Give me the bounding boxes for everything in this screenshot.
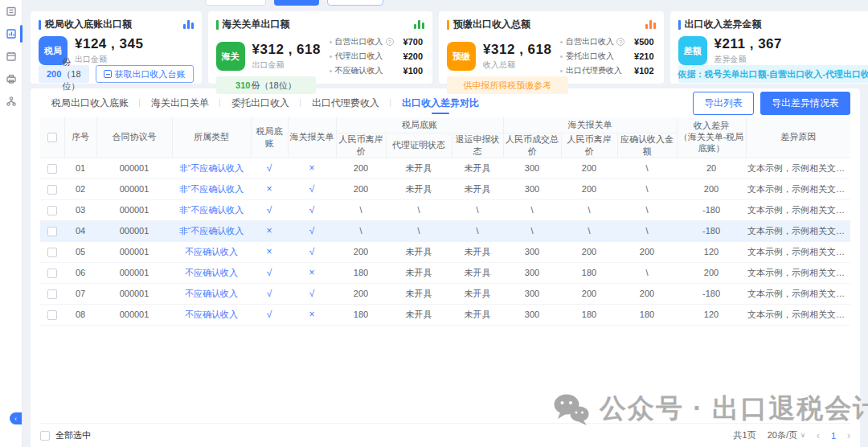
cell-customs-decl: √ <box>288 178 336 199</box>
card-tax-ledger-export: 税局收入底账出口额 税局 ¥124 , 345 出口金额 200份（18位） <box>31 11 202 84</box>
top-search-input[interactable] <box>205 0 266 6</box>
row-checkbox[interactable] <box>47 269 57 278</box>
detail-value: ¥700 <box>394 37 423 47</box>
info-icon[interactable]: ? <box>386 38 394 46</box>
cell-customs-decl: √ <box>288 283 336 304</box>
tab-3[interactable]: 出口代理费收入 <box>301 88 391 117</box>
cell-seq: 02 <box>64 178 96 199</box>
bullet-dot <box>560 55 563 58</box>
bar-chart-icon[interactable] <box>645 20 656 29</box>
cell-customs-fob: 200 <box>561 241 617 262</box>
tab-2[interactable]: 委托出口收入 <box>220 88 301 117</box>
group-tax-ledger: 税局底账 <box>336 117 503 133</box>
cell-return-decl-status: 未开具 <box>452 241 503 262</box>
cell-seq: 05 <box>64 241 96 262</box>
select-all-checkbox[interactable] <box>47 133 57 142</box>
cell-confirmed-amount: \ <box>617 178 677 199</box>
detail-value: ¥200 <box>394 51 423 61</box>
cell-contract: 000001 <box>96 241 172 262</box>
page-number[interactable]: 1 <box>831 431 836 441</box>
row-checkbox[interactable] <box>47 227 57 236</box>
tab-0[interactable]: 税局出口收入底账 <box>40 88 140 117</box>
get-export-ledger-button[interactable]: 获取出口收入台账 <box>96 65 194 83</box>
cell-diff-reason: 文本示例，示例相关文本”文本“相关示例文... <box>746 178 850 199</box>
cell-tax-ledger: √ <box>251 158 288 178</box>
cell-type[interactable]: 不应确认收入 <box>172 304 251 325</box>
card-customs-declaration-export: 海关关单出口额 海关 ¥312 , 618 出口金额 自营出口收入?¥700代理… <box>208 11 432 84</box>
info-icon[interactable]: ? <box>616 38 624 46</box>
cell-type[interactable]: 不应确认收入 <box>172 262 251 283</box>
cell-total-price: 300 <box>503 283 561 304</box>
cell-type[interactable]: 不应确认收入 <box>172 241 251 262</box>
cell-type[interactable]: 非“不应确认收入 <box>172 199 251 220</box>
row-checkbox[interactable] <box>47 164 57 174</box>
cell-tax-fob: \ <box>336 220 386 241</box>
detail-label: 代理出口收入 <box>335 51 383 62</box>
col-return-decl-status: 退运申报状态 <box>452 133 503 158</box>
cell-contract: 000001 <box>96 283 172 304</box>
row-checkbox[interactable] <box>47 310 57 320</box>
next-page-button[interactable]: › <box>847 430 850 441</box>
detail-label: 自营出口收入 <box>566 36 614 47</box>
cell-income-diff: -180 <box>677 220 746 241</box>
col-contract: 合同协议号 <box>96 117 172 158</box>
cell-customs-decl: √ <box>288 241 336 262</box>
cell-agent-cert-status: \ <box>386 220 452 241</box>
page-size-select[interactable]: 20条/页 ∨ <box>768 429 805 441</box>
bar-chart-icon[interactable] <box>183 20 194 29</box>
table-row: 01000001非“不应确认收入√×200未开具未开具300200\20文本示例… <box>40 158 850 178</box>
sidebar-collapse-button[interactable]: ‹ <box>10 412 22 424</box>
bar-chart-icon[interactable] <box>414 20 424 29</box>
cell-income-diff: 200 <box>677 178 746 199</box>
cell-diff-reason: 文本示例，示例相关文本”文本“相关示例文... <box>746 199 850 220</box>
cell-customs-decl: √ <box>288 220 336 241</box>
top-primary-button[interactable] <box>274 0 319 6</box>
cell-customs-fob: 200 <box>561 283 617 304</box>
cell-customs-decl: × <box>288 158 336 178</box>
cell-total-price: \ <box>503 199 561 220</box>
cell-customs-fob: \ <box>561 199 617 220</box>
col-confirmed-amount: 应确认收入金额 <box>617 133 677 158</box>
detail-label: 自营出口收入 <box>335 36 383 47</box>
cell-customs-fob: 200 <box>561 158 617 178</box>
top-secondary-button[interactable] <box>327 0 383 6</box>
cell-type[interactable]: 非“不应确认收入 <box>172 178 251 199</box>
detail-label: 委托出口收入 <box>566 51 614 62</box>
cell-seq: 03 <box>64 199 96 220</box>
footer-select-all-checkbox[interactable] <box>40 431 50 441</box>
cell-income-diff: 120 <box>677 241 746 262</box>
prev-page-button[interactable]: ‹ <box>817 430 820 441</box>
row-checkbox[interactable] <box>47 248 57 257</box>
cell-contract: 000001 <box>96 220 172 241</box>
cell-seq: 01 <box>64 158 96 178</box>
cell-tax-ledger: √ <box>251 304 288 325</box>
bullet-dot <box>330 70 332 72</box>
cell-type[interactable]: 非“不应确认收入 <box>172 158 251 178</box>
cell-type[interactable]: 非“不应确认收入 <box>172 220 251 241</box>
cell-type[interactable]: 不应确认收入 <box>172 283 251 304</box>
sidebar-item-clipboard[interactable] <box>0 0 23 23</box>
cell-tax-ledger: √ <box>251 262 288 283</box>
export-list-button[interactable]: 导出列表 <box>693 92 754 115</box>
sidebar-item-calendar[interactable] <box>0 45 23 68</box>
card-detail-row: 委托出口收入¥210 <box>560 51 653 62</box>
row-checkbox[interactable] <box>47 185 57 195</box>
sidebar-item-report[interactable] <box>0 23 23 45</box>
row-checkbox[interactable] <box>47 289 57 299</box>
tab-4[interactable]: 出口收入差异对比 <box>391 88 490 117</box>
cell-tax-fob: 200 <box>336 158 386 178</box>
card-amount-label: 收入总额 <box>483 59 560 71</box>
bullet-dot <box>560 70 563 72</box>
table-row: 05000001不应确认收入×√200未开具未开具300200200120文本示… <box>40 241 850 262</box>
sidebar-item-printer[interactable] <box>0 68 23 90</box>
sidebar: ‹ <box>0 0 23 447</box>
cell-diff-reason: 文本示例，示例相关文本”文本“相关示例文... <box>746 158 850 178</box>
export-diff-button[interactable]: 导出差异情况表 <box>760 92 850 115</box>
group-customs-decl: 海关报关单 <box>503 117 677 133</box>
cell-confirmed-amount: 200 <box>617 283 677 304</box>
cell-customs-fob: \ <box>561 220 617 241</box>
tab-1[interactable]: 海关出口关单 <box>140 88 220 117</box>
bullet-dot <box>560 41 563 43</box>
sidebar-item-org[interactable] <box>0 90 23 113</box>
row-checkbox[interactable] <box>47 206 57 215</box>
